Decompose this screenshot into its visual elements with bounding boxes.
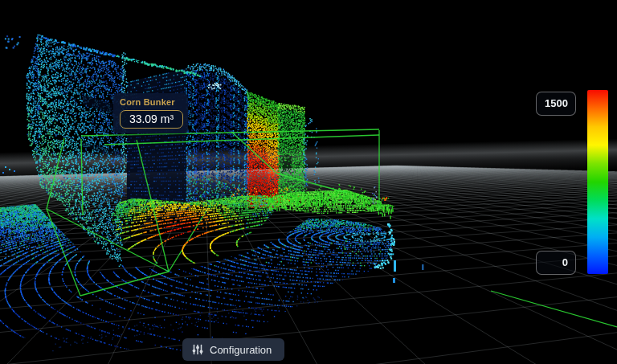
colorbar xyxy=(587,90,608,274)
configuration-label: Configuration xyxy=(210,344,272,356)
point-cloud-viewport[interactable]: Corn Bunker 33.09 m³ 1500 0 Configuratio… xyxy=(0,0,617,364)
volume-value: 33.09 m³ xyxy=(120,110,183,129)
point-cloud-canvas[interactable] xyxy=(0,0,617,364)
configuration-button[interactable]: Configuration xyxy=(182,338,284,361)
tooltip-title: Corn Bunker xyxy=(120,97,183,107)
corn-bunker-tooltip: Corn Bunker 33.09 m³ xyxy=(113,93,188,133)
sliders-icon xyxy=(192,344,203,355)
legend-min-field[interactable]: 0 xyxy=(536,251,576,275)
legend-max-field[interactable]: 1500 xyxy=(536,92,576,116)
